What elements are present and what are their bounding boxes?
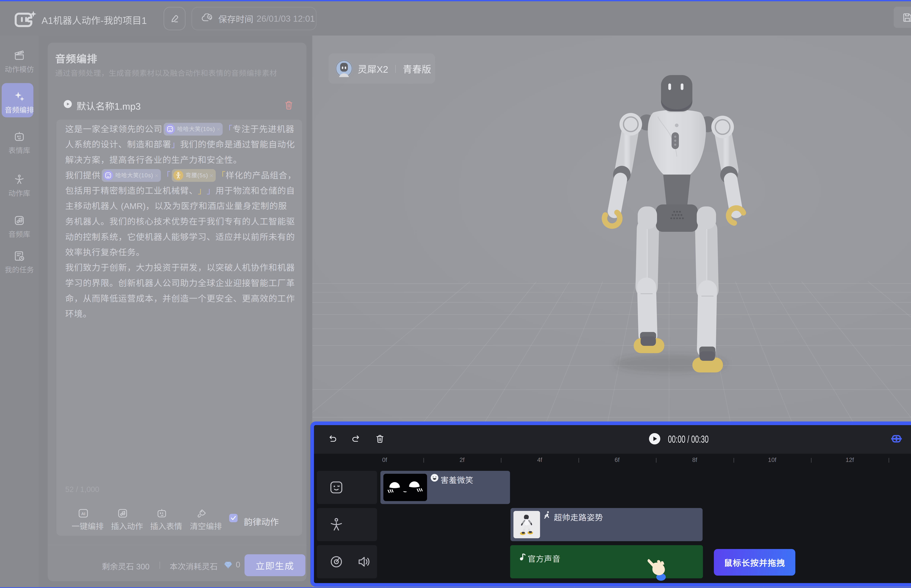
svg-text:AI: AI (81, 512, 85, 516)
